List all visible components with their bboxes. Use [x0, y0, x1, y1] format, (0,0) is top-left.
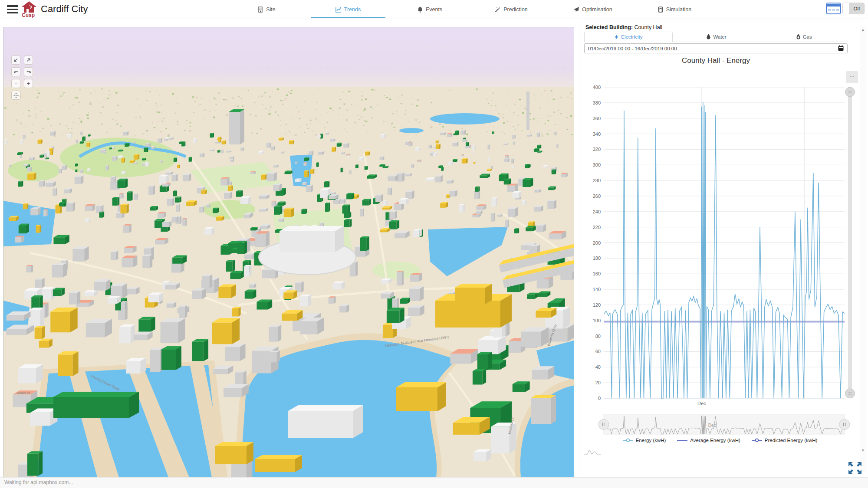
tab-optimisation[interactable]: Optimisation — [552, 0, 634, 19]
tab-trends-label: Trends — [344, 7, 361, 13]
svg-text:340: 340 — [593, 131, 601, 137]
legend-predicted-energy[interactable]: Predicted Energy (kwH) — [752, 438, 817, 443]
page-title: Cardiff City — [41, 3, 88, 15]
toggle-off-segment[interactable]: Off — [849, 3, 864, 14]
svg-text:260: 260 — [593, 193, 601, 199]
map-tilt-up-button[interactable] — [24, 56, 33, 65]
map-zoom-in-button[interactable]: + — [24, 79, 33, 88]
tab-gas[interactable]: Gas — [760, 32, 848, 42]
optimisation-plane-icon — [573, 7, 579, 13]
y-axis-range-scrollbar[interactable] — [845, 87, 855, 398]
tab-simulation[interactable]: Simulation — [634, 0, 715, 19]
site-building-icon — [257, 7, 263, 13]
gas-flame-icon — [796, 34, 801, 39]
chart-grid: 0204060801001201401601802002202402602803… — [593, 85, 845, 406]
legend-predicted-label: Predicted Energy (kwH) — [765, 438, 817, 443]
selected-building: Selected Building: County Hall — [585, 24, 662, 30]
tab-simulation-label: Simulation — [666, 7, 691, 13]
svg-text:40: 40 — [595, 364, 601, 370]
map-rotate-right-button[interactable] — [24, 67, 33, 76]
panel-scrollbar[interactable]: ▴ ▾ — [861, 26, 866, 472]
navigator-tick-label: Dec — [708, 423, 716, 428]
svg-text:380: 380 — [593, 100, 601, 105]
active-tab-underline — [311, 17, 385, 18]
legend-energy[interactable]: Energy (kwH) — [623, 438, 666, 443]
svg-text:300: 300 — [593, 162, 601, 167]
map-tilt-down-button[interactable] — [11, 56, 20, 65]
legend-average-marker — [677, 438, 687, 442]
tab-prediction-label: Prediction — [503, 7, 528, 13]
svg-text:280: 280 — [593, 178, 601, 183]
tab-trends[interactable]: Trends — [307, 0, 389, 19]
water-drop-icon — [706, 34, 711, 39]
simulation-calculator-icon — [658, 7, 664, 13]
navigator-handle[interactable] — [598, 419, 609, 430]
tab-events[interactable]: Events — [389, 0, 470, 19]
legend-energy-marker — [623, 438, 633, 442]
svg-text:20: 20 — [595, 380, 601, 385]
building-detail-panel: Selected Building: County Hall Electrici… — [581, 22, 867, 476]
legend-predicted-marker — [752, 438, 762, 442]
trends-chart-icon — [335, 7, 342, 13]
tab-water[interactable]: Water — [673, 32, 760, 42]
scrollbar-handle[interactable] — [845, 87, 855, 97]
tab-prediction[interactable]: Prediction — [470, 0, 552, 19]
map-scene[interactable]: Stuart StGraving Docks QuayMerchant Seaf… — [3, 27, 574, 477]
resource-tabs: Electricity Water Gas — [584, 32, 848, 42]
tab-water-label: Water — [713, 34, 726, 39]
events-bell-icon — [417, 7, 423, 13]
chart-legend: Energy (kwH) Average Energy (kwH) Predic… — [581, 438, 859, 443]
svg-text:140: 140 — [593, 287, 601, 292]
svg-text:60: 60 — [595, 349, 601, 354]
main-nav-tabs: Site Trends Events Prediction Optimisati… — [226, 0, 715, 19]
hamburger-menu-icon[interactable] — [7, 5, 18, 14]
svg-text:120: 120 — [593, 302, 601, 308]
legend-energy-label: Energy (kwH) — [636, 438, 666, 443]
on-off-toggle[interactable]: Off — [842, 3, 865, 14]
svg-text:400: 400 — [593, 85, 601, 90]
energy-chart[interactable]: 0204060801001201401601802002202402602803… — [581, 66, 861, 460]
cusp-logo: Cusp — [21, 1, 39, 19]
tab-site[interactable]: Site — [226, 0, 307, 19]
scroll-up-arrow[interactable]: ▴ — [862, 27, 864, 32]
tab-events-label: Events — [426, 7, 442, 13]
logo-text: Cusp — [22, 12, 35, 18]
svg-text:220: 220 — [593, 225, 601, 230]
map-rotate-left-button[interactable] — [11, 67, 20, 76]
map-street-label: Stuart St — [16, 391, 30, 395]
tab-electricity[interactable]: Electricity — [584, 32, 673, 42]
map-3d-view[interactable]: Stuart StGraving Docks QuayMerchant Seaf… — [3, 27, 574, 477]
legend-average-label: Average Energy (kwH) — [690, 438, 740, 443]
calendar-icon[interactable] — [838, 45, 844, 52]
navigator-handle[interactable] — [839, 419, 850, 430]
map-pan-button[interactable] — [11, 91, 20, 100]
svg-text:80: 80 — [595, 334, 601, 339]
tab-gas-label: Gas — [803, 34, 812, 39]
date-range-input[interactable]: 01/Dec/2019 00:00 - 16/Dec/2019 00:00 — [584, 43, 848, 53]
scroll-down-arrow[interactable]: ▾ — [862, 448, 864, 452]
legend-average-energy[interactable]: Average Energy (kwH) — [677, 438, 740, 443]
scrollbar-handle[interactable] — [845, 389, 855, 398]
svg-text:0: 0 — [598, 396, 601, 401]
chart-navigator[interactable]: Dec — [598, 415, 850, 434]
chart-context-menu-button[interactable]: ... — [846, 71, 858, 83]
energy-series-line[interactable] — [604, 102, 845, 398]
electricity-bolt-icon — [614, 34, 619, 40]
toggle-on-segment[interactable] — [843, 3, 849, 14]
status-text: Waiting for api.mapbox.com... — [4, 479, 73, 485]
selected-building-value: County Hall — [635, 24, 663, 30]
prediction-wand-icon — [495, 7, 501, 13]
tab-electricity-label: Electricity — [621, 34, 642, 39]
calendar-strip-button[interactable] — [826, 3, 841, 14]
chart-title: County Hall - Energy — [584, 56, 848, 65]
top-navbar: Cusp Cardiff City Site Trends Events Pre… — [0, 0, 868, 19]
svg-text:100: 100 — [593, 318, 601, 323]
svg-text:180: 180 — [593, 255, 601, 261]
x-axis-tick-label: Dec — [697, 401, 706, 406]
mini-sparkline — [583, 447, 602, 456]
svg-text:...: ... — [850, 72, 854, 78]
svg-text:240: 240 — [593, 209, 601, 214]
fullscreen-expand-icon[interactable] — [848, 461, 862, 475]
browser-status-bar: Waiting for api.mapbox.com... — [0, 477, 868, 488]
map-zoom-out-button[interactable]: − — [11, 79, 20, 88]
